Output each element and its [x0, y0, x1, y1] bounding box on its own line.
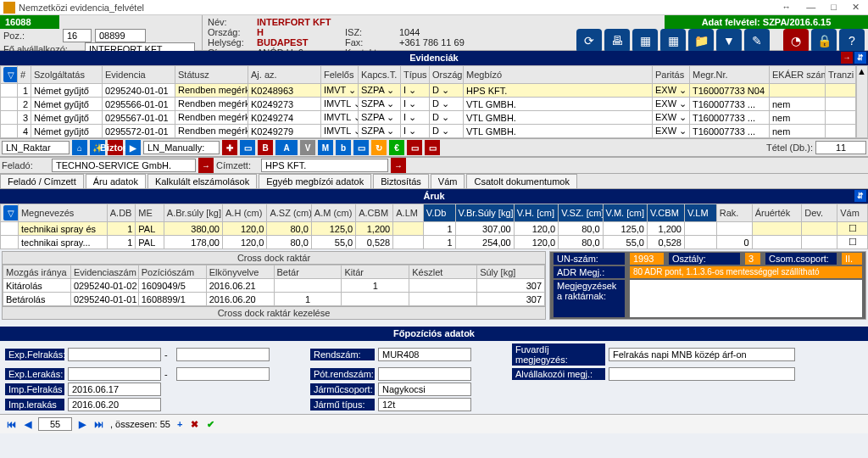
col-stat[interactable]: Státusz [175, 66, 248, 84]
impler-label: Imp.lerakás [5, 399, 64, 411]
arrow-icon[interactable]: ▶ [125, 140, 141, 155]
win-resize-icon[interactable]: ↔ [782, 2, 791, 13]
table-row[interactable]: Betárolás0295240-01-011608899/12016.06.2… [3, 293, 545, 306]
nav-ok-button[interactable]: ✔ [205, 419, 216, 430]
felado-go-button[interactable]: → [198, 158, 214, 173]
expfel1[interactable] [68, 348, 161, 361]
tab-2[interactable]: Kalkulált elszámolások [147, 174, 257, 188]
megj-field[interactable] [630, 280, 862, 317]
impfel-field[interactable]: 2016.06.17 [68, 383, 161, 396]
col-szolg[interactable]: Szolgáltatás [31, 66, 103, 84]
tab-4[interactable]: Biztosítás [373, 174, 429, 188]
felado-field[interactable]: TECHNO-SERVICE GmbH. [52, 159, 196, 172]
win-close-icon[interactable]: ✕ [852, 2, 860, 13]
v-button[interactable]: V [300, 140, 315, 155]
col-tip[interactable]: Típus [401, 66, 430, 84]
export-xls-button[interactable]: ▦ [632, 29, 658, 53]
m-button[interactable]: M [318, 140, 333, 155]
compose-button[interactable]: ✎ [744, 29, 770, 53]
table-row[interactable]: 2Német gyűjtő0295566-01-01Rendben megérk… [1, 98, 856, 111]
nav-last-button[interactable]: ⏭ [92, 419, 105, 429]
doc-icon[interactable]: ▭ [240, 140, 255, 155]
tab-5[interactable]: Vám [431, 174, 465, 188]
chart-button[interactable]: ◔ [783, 29, 809, 53]
nav-next-button[interactable]: ▶ [77, 419, 87, 430]
tab-1[interactable]: Áru adatok [86, 174, 146, 188]
b2-button[interactable]: b [336, 140, 351, 155]
col-orsz[interactable]: Ország [430, 66, 464, 84]
export2-button[interactable]: ▦ [660, 29, 686, 53]
col-kt[interactable]: Kapcs.T. [359, 66, 401, 84]
col-ek[interactable]: EKÁER szám [770, 66, 826, 84]
expfel2[interactable] [176, 348, 270, 361]
aruk-expand-button[interactable]: ⇵ [854, 190, 866, 202]
filter-button[interactable]: ▼ [716, 29, 742, 53]
rend-field[interactable]: MUR408 [378, 348, 471, 361]
a-button[interactable]: A [275, 140, 298, 155]
cimzett-go-button[interactable]: → [391, 158, 406, 173]
del2-button[interactable]: ▭ [425, 140, 440, 155]
ln-raktar-field[interactable]: LN_Raktar [2, 141, 70, 154]
nav-del-button[interactable]: ✖ [189, 419, 200, 430]
tab-3[interactable]: Egyéb megbízói adatok [259, 174, 371, 188]
csom-value[interactable]: II. [842, 253, 862, 265]
col-megb[interactable]: Megbízó [464, 66, 653, 84]
warn-button[interactable]: € [389, 140, 404, 155]
osztaly-label: Osztály: [669, 253, 740, 265]
print-button[interactable]: 🖶 [604, 29, 630, 53]
filter-icon[interactable]: ▽ [3, 67, 18, 82]
section-expand-button[interactable]: ⇵ [854, 52, 866, 64]
impler-field[interactable]: 2016.06.20 [68, 398, 161, 411]
jcs-field[interactable]: Nagykocsi [378, 383, 471, 396]
col-num[interactable]: # [18, 66, 31, 84]
table-row[interactable]: technikai spray...1PAL178,00120,080,055,… [1, 236, 868, 249]
biztosi-button[interactable]: Biztosí [108, 140, 123, 155]
pot-field[interactable] [378, 367, 471, 381]
isz-label: ISZ: [345, 27, 396, 37]
table-row[interactable]: Kitárolás0295240-01-021609049/52016.06.2… [3, 279, 545, 293]
help-button[interactable]: ? [839, 29, 865, 53]
home-icon[interactable]: ⌂ [72, 140, 87, 155]
plus-button[interactable]: ✚ [222, 140, 237, 155]
reload-button[interactable]: ↻ [371, 140, 387, 155]
b-button[interactable]: B [258, 140, 273, 155]
folder-button[interactable]: 📁 [688, 29, 714, 53]
rend-label: Rendszám: [310, 349, 375, 360]
col-tr[interactable]: Tranzi [826, 66, 856, 84]
fuv-field[interactable]: Felrakás napi MNB közép árf-on [609, 348, 795, 361]
vscrollbar[interactable]: ▲ [856, 65, 868, 138]
adatfelvetel-box: Adat felvétel: SZPA/2016.6.15 [665, 15, 868, 29]
col-megr[interactable]: Megr.Nr. [690, 66, 770, 84]
nav-rec[interactable]: 55 [38, 417, 72, 431]
nav-add-button[interactable]: + [175, 419, 184, 429]
table-row[interactable]: 1Német gyűjtő0295240-01-01Rendben megérk… [1, 84, 856, 98]
tab-0[interactable]: Feladó / Címzett [0, 174, 84, 188]
jt-field[interactable]: 12t [378, 398, 471, 411]
expler2[interactable] [176, 367, 270, 381]
section-add-button[interactable]: → [841, 52, 853, 64]
nav-first-button[interactable]: ⏮ [5, 419, 18, 429]
doc2-icon[interactable]: ▭ [353, 140, 369, 155]
refresh-button[interactable]: ⟳ [576, 29, 602, 53]
expler1[interactable] [68, 367, 161, 381]
table-row[interactable]: 4Német gyűjtő0295572-01-01Rendben megérk… [1, 125, 856, 138]
win-min-icon[interactable]: — [806, 2, 815, 13]
del1-button[interactable]: ▭ [407, 140, 422, 155]
ln-manually-field[interactable]: LN_Manually: [143, 141, 220, 154]
col-par[interactable]: Paritás [653, 66, 690, 84]
col-evid[interactable]: Evidencia [103, 66, 175, 84]
win-max-icon[interactable]: □ [831, 2, 837, 13]
pos-field2[interactable]: 08899 [95, 29, 146, 42]
lock-button[interactable]: 🔒 [811, 29, 837, 53]
table-row[interactable]: technikai spray és1PAL380,00120,080,0125… [1, 222, 868, 236]
table-row[interactable]: 3Német gyűjtő0295567-01-01Rendben megérk… [1, 111, 856, 125]
crossdock-kezeles[interactable]: Cross dock raktár kezelése [3, 306, 545, 319]
col-fel[interactable]: Felelős [321, 66, 359, 84]
cimzett-field[interactable]: HPS KFT. [261, 159, 388, 172]
pos-field1[interactable]: 16 [63, 29, 92, 42]
alv-field[interactable] [609, 367, 795, 381]
tab-6[interactable]: Csatolt dokumentumok [466, 174, 577, 188]
col-aj[interactable]: Aj. az. [248, 66, 321, 84]
tetel-value[interactable]: 11 [815, 141, 866, 154]
nav-prev-button[interactable]: ◀ [23, 419, 33, 430]
